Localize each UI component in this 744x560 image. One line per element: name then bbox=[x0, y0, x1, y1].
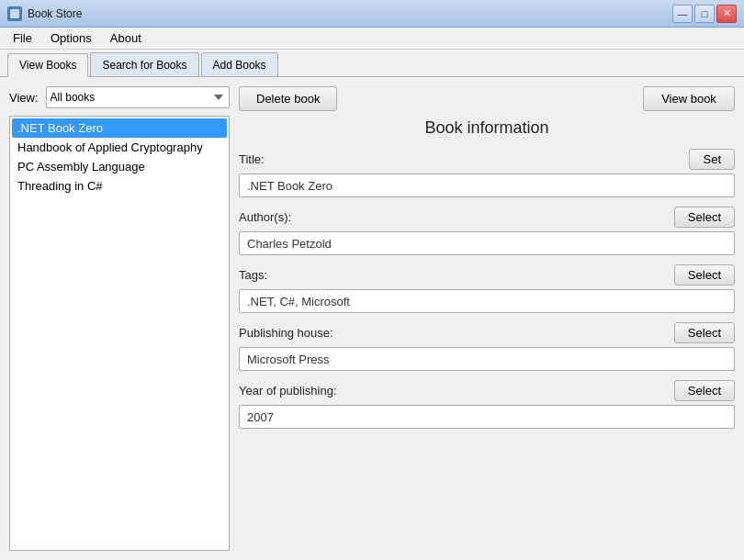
tab-search-books[interactable]: Search for Books bbox=[90, 52, 198, 76]
publishing-label: Publishing house: bbox=[239, 326, 333, 340]
publishing-select-button[interactable]: Select bbox=[674, 322, 735, 343]
tags-select-button[interactable]: Select bbox=[674, 264, 735, 286]
tab-view-books[interactable]: View Books bbox=[7, 53, 88, 77]
author-label: Author(s): bbox=[239, 210, 291, 224]
book-item[interactable]: .NET Book Zero bbox=[12, 118, 227, 138]
minimize-button[interactable]: — bbox=[672, 5, 693, 23]
author-section: Author(s): Select Charles Petzold bbox=[239, 207, 735, 255]
menu-options[interactable]: Options bbox=[41, 29, 101, 47]
main-content: View: All books By Author By Tag .NET Bo… bbox=[0, 77, 744, 560]
menu-bar: File Options About bbox=[0, 28, 744, 50]
tags-row: Tags: Select bbox=[239, 264, 735, 286]
book-item[interactable]: PC Assembly Language bbox=[12, 157, 227, 176]
window-title: Book Store bbox=[28, 7, 672, 20]
top-buttons: Delete book View book bbox=[239, 86, 735, 111]
title-label: Title: bbox=[239, 152, 265, 166]
tags-label: Tags: bbox=[239, 268, 267, 282]
year-select-button[interactable]: Select bbox=[674, 380, 735, 401]
view-label: View: bbox=[9, 91, 39, 105]
delete-book-button[interactable]: Delete book bbox=[239, 86, 337, 111]
title-row: Title: Set bbox=[239, 149, 735, 170]
year-row: Year of publishing: Select bbox=[239, 380, 735, 401]
tab-add-books[interactable]: Add Books bbox=[201, 52, 278, 76]
year-section: Year of publishing: Select 2007 bbox=[239, 380, 735, 429]
tabs-bar: View Books Search for Books Add Books bbox=[0, 50, 744, 77]
tags-section: Tags: Select .NET, C#, Microsoft bbox=[239, 264, 735, 313]
menu-file[interactable]: File bbox=[4, 29, 41, 47]
window-controls: — □ ✕ bbox=[672, 5, 737, 23]
publishing-row: Publishing house: Select bbox=[239, 322, 735, 343]
tags-value: .NET, C#, Microsoft bbox=[239, 289, 735, 313]
app-icon bbox=[7, 6, 22, 21]
title-value: .NET Book Zero bbox=[239, 174, 735, 197]
left-panel: View: All books By Author By Tag .NET Bo… bbox=[9, 86, 230, 551]
title-bar: Book Store — □ ✕ bbox=[0, 0, 744, 28]
book-item[interactable]: Threading in C# bbox=[12, 176, 227, 196]
year-label: Year of publishing: bbox=[239, 384, 337, 398]
author-row: Author(s): Select bbox=[239, 207, 735, 228]
author-select-button[interactable]: Select bbox=[674, 207, 735, 228]
title-section: Title: Set .NET Book Zero bbox=[239, 149, 735, 197]
publishing-section: Publishing house: Select Microsoft Press bbox=[239, 322, 735, 371]
close-button[interactable]: ✕ bbox=[716, 5, 737, 23]
author-value: Charles Petzold bbox=[239, 231, 735, 255]
menu-about[interactable]: About bbox=[101, 29, 151, 47]
view-select[interactable]: All books By Author By Tag bbox=[46, 86, 230, 108]
year-value: 2007 bbox=[239, 405, 735, 429]
svg-rect-0 bbox=[10, 9, 19, 18]
title-set-button[interactable]: Set bbox=[689, 149, 735, 170]
maximize-button[interactable]: □ bbox=[694, 5, 715, 23]
publishing-value: Microsoft Press bbox=[239, 347, 735, 371]
book-info-title: Book information bbox=[239, 118, 735, 138]
book-list: .NET Book Zero Handbook of Applied Crypt… bbox=[9, 116, 230, 551]
book-item[interactable]: Handbook of Applied Cryptography bbox=[12, 138, 227, 157]
view-book-button[interactable]: View book bbox=[643, 86, 735, 111]
right-panel: Delete book View book Book information T… bbox=[239, 86, 735, 551]
view-row: View: All books By Author By Tag bbox=[9, 86, 230, 108]
